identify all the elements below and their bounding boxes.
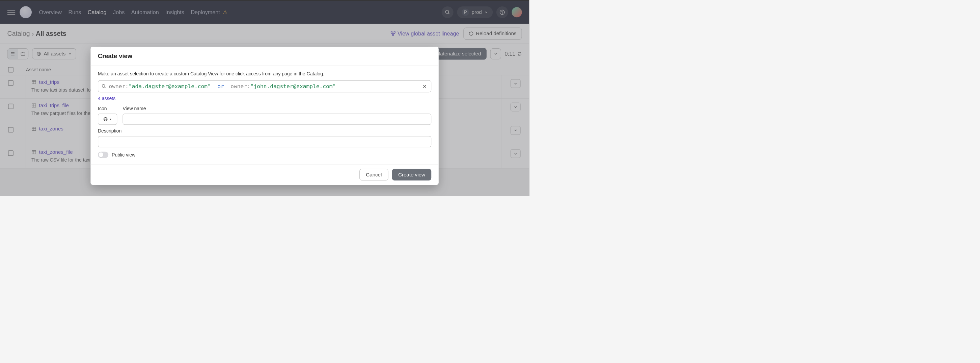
create-view-modal: Create view Make an asset selection to c… [91, 46, 438, 185]
view-name-label: View name [123, 106, 431, 112]
clear-query-button[interactable]: ✕ [421, 83, 428, 90]
cancel-button[interactable]: Cancel [360, 169, 388, 181]
modal-help-text: Make an asset selection to create a cust… [98, 71, 431, 77]
description-label: Description [98, 128, 431, 134]
description-input[interactable] [98, 136, 431, 147]
modal-title: Create view [91, 46, 438, 66]
globe-icon [103, 117, 108, 122]
matched-assets-link[interactable]: 4 assets [98, 96, 115, 101]
view-name-input[interactable] [123, 114, 431, 125]
svg-line-26 [105, 87, 106, 88]
query-text: owner:"ada.dagster@example.com" or owner… [109, 83, 419, 90]
svg-marker-30 [110, 118, 111, 120]
icon-picker[interactable] [98, 114, 117, 125]
public-view-toggle[interactable] [98, 152, 108, 158]
search-icon [102, 84, 106, 88]
modal-footer: Cancel Create view [91, 164, 438, 185]
caret-down-icon [109, 118, 112, 121]
create-view-button[interactable]: Create view [392, 169, 432, 181]
icon-label: Icon [98, 106, 117, 112]
svg-point-25 [102, 85, 105, 87]
modal-overlay[interactable]: Create view Make an asset selection to c… [0, 0, 529, 196]
public-view-label: Public view [112, 152, 135, 158]
asset-selection-input[interactable]: owner:"ada.dagster@example.com" or owner… [98, 80, 431, 93]
